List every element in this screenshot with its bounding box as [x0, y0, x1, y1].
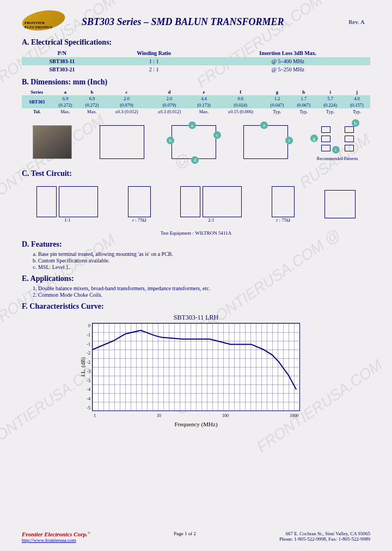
col-loss: Insertion Loss 3dB Max.	[206, 49, 370, 57]
table-row: SBT303-11 1 : 1 @ 5~400 MHz	[22, 57, 370, 65]
footer-url[interactable]: http://www.frontierusa.com	[22, 537, 76, 543]
revision: Rev. A	[348, 19, 370, 25]
table-row: Tol. Max. Max. ±0.3 (0.012) ±0.3 (0.012)…	[22, 108, 370, 115]
list-item: Custom Specifications available.	[38, 258, 370, 264]
test-equipment-label: Test Equipment : WILTRON 5411A	[22, 230, 370, 236]
table-row: SBT303-21 2 : 1 @ 5~250 MHz	[22, 65, 370, 74]
section-a-heading: A. Electrical Specifications:	[22, 38, 370, 47]
dimensions-table: Series a b c d e f g h i j SBT303 6.9 6.…	[22, 89, 370, 115]
table-row: (0.272) (0.272) (0.079) (0.079) (0.173) …	[22, 102, 370, 108]
dim-badge-d: d	[191, 156, 199, 164]
list-item: Double balance mixers, broad-band transf…	[38, 285, 370, 291]
x-ticks: 1 10 100 1000	[93, 413, 299, 418]
page-header: FRONTIER ELECTRONICS SBT303 Series – SMD…	[22, 11, 370, 33]
dim-badge-b: b	[167, 137, 174, 144]
recommended-pattern: h g i	[316, 124, 359, 156]
dim-badge-c: c	[213, 131, 221, 139]
outline-drawing-front: e f	[243, 125, 288, 159]
section-b-heading: B. Dimensions: mm (Inch)	[22, 78, 370, 87]
product-photo	[33, 125, 72, 159]
footer-company: Frontier Electronics Corp.	[22, 531, 88, 537]
section-f-heading: F. Characteristics Curve:	[22, 302, 370, 311]
section-c-heading: C. Test Circuit:	[22, 169, 370, 178]
chart-line	[93, 323, 299, 411]
dim-badge-i: i	[332, 146, 340, 154]
electrical-spec-table: P/N Winding Ratio Insertion Loss 3dB Max…	[22, 49, 370, 74]
features-list: Base pin terminal treated, allowing moun…	[22, 251, 370, 270]
circuit-load-2	[272, 186, 295, 217]
dim-badge-g: g	[310, 134, 318, 142]
list-item: MSL: Level 1.	[38, 264, 370, 270]
circuit-source-1	[36, 186, 57, 217]
x-axis-label: Frequency (MHz)	[22, 421, 370, 427]
list-item: Base pin terminal treated, allowing moun…	[38, 251, 370, 257]
company-logo: FRONTIER ELECTRONICS	[22, 11, 71, 33]
page-footer: Frontier Electronics Corp.® http://www.f…	[22, 531, 370, 543]
chart-area: I.L. (dB) 0 -1 -1 -2 -2 -3 -3 -4 -4 -5 1…	[92, 323, 300, 411]
chart-title: SBT303-11 LRH	[22, 314, 370, 322]
section-d-heading: D. Features:	[22, 240, 370, 249]
recommended-label: Recommended Patterns	[316, 156, 359, 161]
y-ticks: 0 -1 -1 -2 -2 -3 -3 -4 -4 -5	[83, 323, 90, 411]
circuit-load-1	[128, 186, 151, 217]
test-circuit-diagrams: 1:1 r : 75Ω 2:1 r : 75Ω	[22, 182, 370, 226]
circuit-dut-1	[59, 186, 98, 217]
circuit-schematic	[324, 190, 356, 218]
characteristics-chart: SBT303-11 LRH I.L. (dB) 0 -1 -1 -2 -2 -3…	[22, 314, 370, 427]
section-e-heading: E. Applications:	[22, 274, 370, 283]
applications-list: Double balance mixers, broad-band transf…	[22, 285, 370, 298]
dim-badge-e: e	[260, 121, 268, 129]
dim-badge-a: a	[188, 121, 196, 129]
col-winding: Winding Ratio	[102, 49, 206, 57]
col-pn: P/N	[22, 49, 102, 57]
outline-drawing-top: a b c d	[171, 125, 216, 159]
outline-drawing-side	[100, 125, 144, 159]
footer-address: 667 E. Cochran St., Simi Valley, CA 9306…	[285, 531, 370, 536]
dimension-diagrams: a b c d e f h g i Recommended Patterns	[22, 120, 370, 164]
footer-phone: Phone: 1-805-522-9998, Fax: 1-805-522-99…	[279, 536, 370, 542]
circuit-source-2	[180, 186, 200, 217]
dim-badge-f: f	[285, 137, 293, 144]
document-title: SBT303 Series – SMD BALUN TRANSFORMER	[82, 16, 284, 28]
circuit-dut-2	[203, 186, 242, 217]
table-row: SBT303 6.9 6.9 2.0 2.0 4.4 0.6 1.2 1.7 5…	[22, 95, 370, 102]
dim-badge-h: h	[352, 119, 359, 127]
footer-page: Page 1 of 2	[174, 531, 196, 543]
list-item: Common Mode Choke Coils.	[38, 292, 370, 298]
